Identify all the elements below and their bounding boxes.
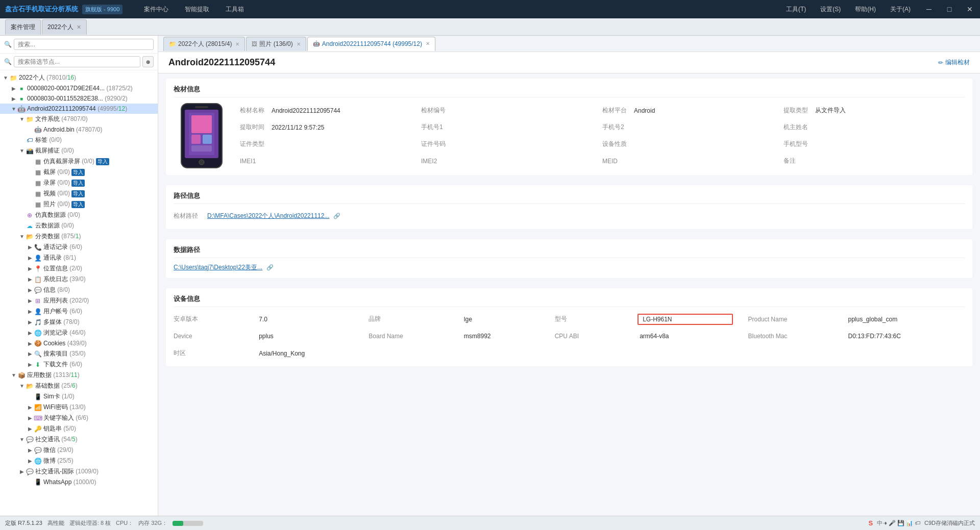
tree-item-video[interactable]: ▶ ▦ 视频 (0/0) 导入 bbox=[0, 188, 158, 199]
tab-2022personal-second[interactable]: 📁 2022个人 (28015/4) ✕ bbox=[163, 37, 245, 51]
tree-item-sim[interactable]: ▶ 📱 Sim卡 (1/0) bbox=[0, 391, 158, 402]
tree-item-jieping[interactable]: ▶ ▦ 截屏 (0/0) 导入 bbox=[0, 167, 158, 178]
tree-toggle[interactable]: ▶ bbox=[10, 86, 17, 91]
tree-item-lupin[interactable]: ▶ ▦ 录屏 (0/0) 导入 bbox=[0, 178, 158, 188]
tree-toggle[interactable]: ▶ bbox=[27, 287, 34, 293]
menu-settings[interactable]: 设置(S) bbox=[814, 2, 847, 17]
tree-toggle[interactable]: ▼ bbox=[10, 372, 17, 378]
tab-photo-second[interactable]: 🖼 照片 (136/0) ✕ bbox=[246, 37, 306, 51]
tree-item-root[interactable]: ▼ 📁 2022个人 (78010/16) bbox=[0, 72, 158, 83]
tree-item-calllog[interactable]: ▶ 📞 通话记录 (6/0) bbox=[0, 242, 158, 253]
device-info-title: 设备信息 bbox=[174, 294, 965, 307]
tree-item-tag[interactable]: ▶ 🏷 标签 (0/0) bbox=[0, 135, 158, 145]
tree-item-media[interactable]: ▶ 🎵 多媒体 (78/0) bbox=[0, 317, 158, 327]
sidebar-filter-input[interactable] bbox=[14, 56, 140, 67]
tree-toggle[interactable]: ▶ bbox=[27, 330, 34, 336]
tree-toggle[interactable]: ▶ bbox=[27, 298, 34, 304]
tree-toggle[interactable]: ▼ bbox=[18, 383, 26, 389]
import-badge[interactable]: 导入 bbox=[71, 169, 85, 176]
tree-item-browser[interactable]: ▶ 🌐 浏览记录 (46/0) bbox=[0, 327, 158, 338]
tab-photo-close[interactable]: ✕ bbox=[297, 41, 301, 47]
tab-2022-personal[interactable]: 2022个人 ✕ bbox=[42, 19, 87, 35]
tree-item-applist[interactable]: ▶ ⊞ 应用列表 (202/0) bbox=[0, 295, 158, 306]
tree-item-keyboard[interactable]: ▶ ⌨ 关键字输入 (6/6) bbox=[0, 413, 158, 423]
sidebar-search-input[interactable] bbox=[14, 39, 154, 50]
tree-toggle[interactable]: ▶ bbox=[27, 405, 34, 410]
tree-item-filesystem[interactable]: ▼ 📁 文件系统 (47807/0) bbox=[0, 114, 158, 124]
tree-item-download[interactable]: ▶ ⬇ 下载文件 (6/0) bbox=[0, 359, 158, 370]
tab-android-second[interactable]: 🤖 Android20221112095744 (49995/12) ✕ bbox=[307, 37, 435, 51]
tree-toggle[interactable]: ▶ bbox=[27, 362, 34, 367]
tree-toggle[interactable]: ▶ bbox=[27, 319, 34, 325]
nav-toolbox[interactable]: 工具箱 bbox=[218, 2, 251, 17]
sidebar-filter-button[interactable]: ⊕ bbox=[142, 56, 154, 67]
tree-toggle[interactable]: ▶ bbox=[27, 266, 34, 271]
nav-smart-extract[interactable]: 智能提取 bbox=[178, 2, 216, 17]
close-button[interactable]: ✕ bbox=[960, 0, 980, 18]
tree-item-social[interactable]: ▼ 💬 社交通讯 (54/5) bbox=[0, 434, 158, 445]
tree-toggle[interactable]: ▶ bbox=[27, 244, 34, 250]
minimize-button[interactable]: ─ bbox=[919, 0, 939, 18]
cloud-icon: ☁ bbox=[26, 222, 34, 230]
tree-item-syslog[interactable]: ▶ 📋 系统日志 (39/0) bbox=[0, 274, 158, 285]
tree-item-androidbin[interactable]: ▶ 🤖 Android.bin (47807/0) bbox=[0, 124, 158, 135]
tree-toggle[interactable]: ▶ bbox=[27, 309, 34, 314]
nav-case-center[interactable]: 案件中心 bbox=[137, 2, 176, 17]
maximize-button[interactable]: □ bbox=[939, 0, 960, 18]
edit-material-button[interactable]: ✏ 编辑检材 bbox=[938, 58, 970, 67]
tree-item-sim-data[interactable]: ▶ ⊕ 仿真数据源 (0/0) bbox=[0, 210, 158, 220]
import-badge[interactable]: 导入 bbox=[71, 201, 85, 208]
path-value-link[interactable]: D:\MFA\Cases\2022个人\Android20221112... bbox=[207, 212, 329, 220]
tree-item-screenshot[interactable]: ▼ 📸 截屏捕证 (0/0) bbox=[0, 145, 158, 156]
tree-item-basicdata[interactable]: ▼ 📂 基础数据 (25/6) bbox=[0, 381, 158, 391]
tree-toggle[interactable]: ▶ bbox=[27, 276, 34, 282]
tree-item-whatsapp[interactable]: ▶ 📱 WhatsApp (1000/0) bbox=[0, 477, 158, 487]
tree-toggle[interactable]: ▼ bbox=[18, 116, 26, 122]
tab-case-management[interactable]: 案件管理 bbox=[5, 19, 41, 35]
tree-toggle[interactable]: ▶ bbox=[27, 447, 34, 453]
tree-toggle[interactable]: ▼ bbox=[18, 234, 26, 239]
tree-item-search[interactable]: ▶ 🔍 搜索项目 (35/0) bbox=[0, 348, 158, 359]
tree-item-location[interactable]: ▶ 📍 位置信息 (2/0) bbox=[0, 263, 158, 274]
menu-help[interactable]: 帮助(H) bbox=[849, 2, 882, 17]
menu-tools[interactable]: 工具(T) bbox=[780, 2, 812, 17]
tab-android-close[interactable]: ✕ bbox=[426, 41, 430, 46]
tree-item-android[interactable]: ▼ 🤖 Android20221112095744 (49995/12) bbox=[0, 104, 158, 114]
tab-2022-personal-close[interactable]: ✕ bbox=[77, 24, 81, 31]
tree-item-message[interactable]: ▶ 💬 信息 (8/0) bbox=[0, 285, 158, 295]
tree-item-cookies[interactable]: ▶ 🍪 Cookies (439/0) bbox=[0, 338, 158, 348]
tree-item-cloud[interactable]: ▶ ☁ 云数据源 (0/0) bbox=[0, 220, 158, 231]
tree-item-photo[interactable]: ▶ ▦ 照片 (0/0) 导入 bbox=[0, 199, 158, 210]
tree-item-classified[interactable]: ▼ 📂 分类数据 (875/1) bbox=[0, 231, 158, 242]
tree-toggle[interactable]: ▶ bbox=[10, 96, 17, 102]
tree-toggle[interactable]: ▼ bbox=[18, 437, 26, 442]
tree-item-keychain[interactable]: ▶ 🔑 钥匙串 (5/0) bbox=[0, 423, 158, 434]
tree-toggle[interactable]: ▶ bbox=[27, 426, 34, 432]
tree-toggle[interactable]: ▶ bbox=[27, 458, 34, 464]
tree-item-appdata[interactable]: ▼ 📦 应用数据 (1313/11) bbox=[0, 370, 158, 381]
tree-item-device2[interactable]: ▶ ■ 00008030-001155282E38... (9290/2) bbox=[0, 93, 158, 104]
tree-item-wechat[interactable]: ▶ 💬 微信 (29/0) bbox=[0, 445, 158, 456]
tree-toggle[interactable]: ▼ bbox=[18, 148, 26, 154]
tree-item-sim-screen[interactable]: ▶ ▦ 仿真截屏录屏 (0/0) 导入 bbox=[0, 156, 158, 167]
dev-brand-label: 品牌 bbox=[369, 312, 462, 326]
tree-item-contacts[interactable]: ▶ 👤 通讯录 (8/1) bbox=[0, 253, 158, 263]
menu-about[interactable]: 关于(A) bbox=[884, 2, 917, 17]
tree-toggle[interactable]: ▶ bbox=[27, 255, 34, 261]
tree-toggle[interactable]: ▶ bbox=[27, 351, 34, 357]
tab-2022personal-close[interactable]: ✕ bbox=[235, 41, 239, 47]
tree-toggle[interactable]: ▼ bbox=[2, 75, 9, 81]
tree-toggle[interactable]: ▼ bbox=[10, 106, 17, 112]
tree-item-weibo[interactable]: ▶ 🌐 微博 (25/5) bbox=[0, 456, 158, 466]
import-badge[interactable]: 导入 bbox=[96, 158, 109, 165]
import-badge[interactable]: 导入 bbox=[71, 180, 85, 187]
import-badge[interactable]: 导入 bbox=[71, 190, 85, 197]
tree-item-social-intl[interactable]: ▶ 💬 社交通讯-国际 (1009/0) bbox=[0, 466, 158, 477]
tree-item-wifi[interactable]: ▶ 📶 WiFi密码 (13/0) bbox=[0, 402, 158, 413]
tree-toggle[interactable]: ▶ bbox=[27, 415, 34, 421]
tree-item-device1[interactable]: ▶ ■ 00008020-00017D9E2E44... (18725/2) bbox=[0, 83, 158, 93]
tree-toggle[interactable]: ▶ bbox=[27, 341, 34, 346]
tree-toggle[interactable]: ▶ bbox=[18, 469, 26, 474]
tree-item-useraccount[interactable]: ▶ 👤 用户帐号 (6/0) bbox=[0, 306, 158, 317]
data-path-link[interactable]: C:\Users\taqj7\Desktop\22美亚... bbox=[174, 263, 262, 272]
